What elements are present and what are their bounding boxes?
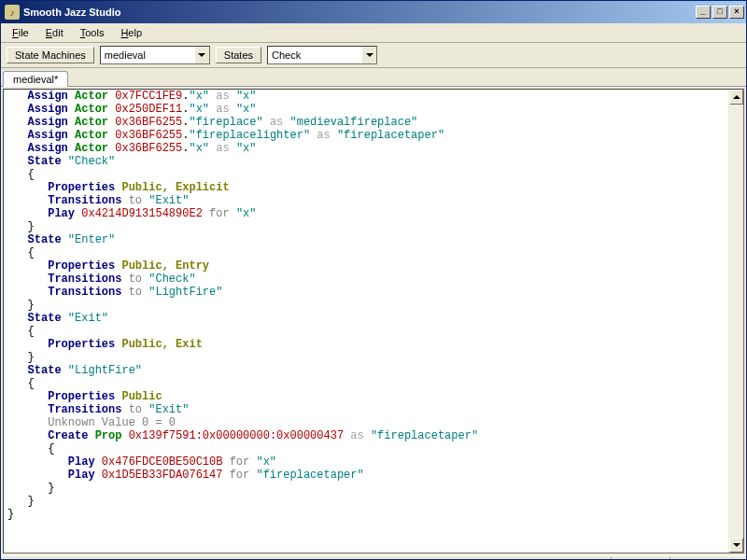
state-machines-button[interactable]: State Machines: [7, 47, 94, 63]
maximize-button[interactable]: □: [712, 6, 727, 19]
status-char: Char 18: [669, 556, 731, 560]
statusbar: Line 97 Char 18: [1, 555, 746, 560]
states-input[interactable]: [268, 47, 361, 63]
toolbar: State Machines States: [1, 43, 746, 68]
menubar: File Edit Tools Help: [1, 23, 746, 43]
tab-medieval[interactable]: medieval*: [3, 71, 68, 87]
window-title: Smooth Jazz Studio: [23, 7, 694, 18]
window-buttons: _ □ ×: [694, 6, 744, 19]
chevron-down-icon[interactable]: [361, 47, 376, 63]
states-combo[interactable]: [267, 46, 377, 64]
tabbar: medieval*: [1, 68, 746, 87]
states-button[interactable]: States: [216, 47, 261, 63]
minimize-button[interactable]: _: [696, 6, 711, 19]
menu-edit[interactable]: Edit: [38, 25, 71, 40]
menu-help[interactable]: Help: [113, 25, 149, 40]
menu-tools[interactable]: Tools: [73, 25, 112, 40]
chevron-down-icon[interactable]: [194, 47, 209, 63]
scrollbar-vertical[interactable]: [728, 90, 743, 553]
close-button[interactable]: ×: [729, 6, 744, 19]
scroll-down-icon[interactable]: [729, 538, 743, 553]
code-editor[interactable]: Assign Actor 0x7FCC1FE9."x" as "x" Assig…: [3, 89, 744, 553]
scroll-up-icon[interactable]: [729, 90, 743, 105]
state-machines-combo[interactable]: [100, 46, 210, 64]
menu-file[interactable]: File: [5, 25, 36, 40]
status-line: Line 97: [611, 556, 669, 560]
state-machines-input[interactable]: [101, 47, 194, 63]
titlebar: ♪ Smooth Jazz Studio _ □ ×: [1, 1, 746, 23]
editor-container: Assign Actor 0x7FCC1FE9."x" as "x" Assig…: [1, 87, 746, 555]
code-content[interactable]: Assign Actor 0x7FCC1FE9."x" as "x" Assig…: [4, 90, 743, 521]
app-icon: ♪: [5, 5, 20, 20]
